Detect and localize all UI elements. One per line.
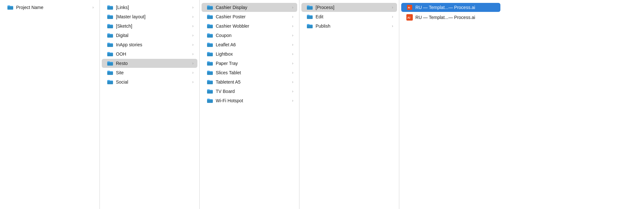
folder-icon [207, 51, 213, 57]
folder-item-inapp-stories[interactable]: InApp stories › [102, 40, 197, 49]
item-label: RU — Templat...— Process.ai [415, 15, 497, 20]
chevron-icon: › [292, 89, 293, 94]
folder-item-cashier-display[interactable]: Cashier Display › [202, 3, 297, 12]
item-label: [Links] [116, 5, 191, 10]
folder-icon [207, 79, 213, 85]
folder-item-ooh[interactable]: OOH › [102, 50, 197, 59]
chevron-icon: › [192, 52, 194, 56]
item-label: Publish [316, 23, 391, 29]
folder-item-tv-board[interactable]: TV Board › [202, 87, 297, 96]
chevron-icon: › [192, 61, 194, 66]
chevron-icon: › [192, 5, 194, 10]
column-2: [Links] › [Master layout] › [Sketch] › D… [100, 0, 200, 209]
svg-text:Ai: Ai [407, 16, 410, 19]
item-label: Edit [316, 14, 391, 19]
chevron-icon: › [292, 14, 293, 19]
folder-icon [207, 14, 213, 19]
item-label: [Master layout] [116, 14, 191, 19]
folder-icon [207, 5, 213, 10]
item-label: Paper Tray [216, 61, 291, 66]
column-5: Ai RU — Templat...— Process.ai Ai RU — T… [399, 0, 502, 209]
folder-icon [107, 23, 113, 29]
item-label: Slices Tablet [216, 70, 291, 75]
item-label: Cashier Wobbler [216, 23, 291, 29]
column-1: Project Name › [0, 0, 100, 209]
chevron-icon: › [192, 14, 194, 19]
column-4: [Process] › Edit › Publish › [299, 0, 399, 209]
folder-item-resto[interactable]: Resto › [102, 59, 197, 68]
folder-item-site[interactable]: Site › [102, 68, 197, 77]
item-label: Tabletent A5 [216, 79, 291, 85]
chevron-icon: › [292, 5, 293, 10]
folder-icon [107, 51, 113, 57]
folder-item-digital[interactable]: Digital › [102, 31, 197, 40]
folder-item-slices-tablet[interactable]: Slices Tablet › [202, 68, 297, 77]
folder-item-cashier-poster[interactable]: Cashier Poster › [202, 12, 297, 21]
chevron-icon: › [392, 24, 393, 28]
folder-icon [207, 33, 213, 38]
chevron-icon: › [292, 52, 293, 56]
folder-item-process[interactable]: [Process] › [301, 3, 397, 12]
svg-text:Ai: Ai [408, 6, 410, 9]
item-label: Resto [116, 61, 191, 66]
folder-item-leaflet-a6[interactable]: Leaflet A6 › [202, 40, 297, 49]
folder-icon [307, 5, 313, 10]
folder-item-cashier-wobbler[interactable]: Cashier Wobbler › [202, 22, 297, 31]
item-label: Cashier Poster [216, 14, 291, 19]
item-label: RU — Templat...— Process.ai [415, 5, 497, 10]
folder-icon [107, 14, 113, 19]
folder-item-tabletent-a5[interactable]: Tabletent A5 › [202, 77, 297, 86]
chevron-icon: › [292, 24, 293, 28]
folder-icon [107, 70, 113, 75]
folder-icon [7, 5, 14, 10]
chevron-icon: › [292, 33, 293, 38]
folder-icon [107, 79, 113, 85]
folder-item-ru-template[interactable]: Ai RU — Templat...— Process.ai [401, 12, 500, 23]
column-3: Cashier Display › Cashier Poster › Cashi… [200, 0, 299, 209]
item-label: [Process] [316, 5, 391, 10]
chevron-icon: › [192, 42, 194, 47]
item-label: Site [116, 70, 191, 75]
folder-icon [107, 42, 113, 47]
chevron-icon: › [292, 80, 293, 84]
item-label: Digital [116, 33, 191, 38]
folder-icon [207, 89, 213, 94]
folder-icon [207, 42, 213, 47]
chevron-icon: › [192, 80, 194, 84]
chevron-icon: › [292, 70, 293, 75]
folder-item-lightbox[interactable]: Lightbox › [202, 50, 297, 59]
item-label: OOH [116, 51, 191, 57]
folder-item-paper-tray[interactable]: Paper Tray › [202, 59, 297, 68]
item-label: Social [116, 79, 191, 85]
folder-icon [107, 33, 113, 38]
chevron-icon: › [392, 5, 393, 10]
folder-item-ru-template-selected[interactable]: Ai RU — Templat...— Process.ai [401, 3, 500, 12]
folder-item-sketch[interactable]: [Sketch] › [102, 22, 197, 31]
folder-item-social[interactable]: Social › [102, 77, 197, 86]
folder-item-coupon[interactable]: Coupon › [202, 31, 297, 40]
item-label: TV Board [216, 89, 291, 94]
item-label: Lightbox [216, 51, 291, 57]
chevron-icon: › [92, 5, 94, 10]
folder-icon [207, 98, 213, 103]
chevron-icon: › [192, 70, 194, 75]
item-label: Wi-Fi Hotspot [216, 98, 291, 103]
folder-item-publish[interactable]: Publish › [301, 22, 397, 31]
chevron-icon: › [292, 61, 293, 66]
chevron-icon: › [392, 14, 393, 19]
folder-icon [107, 61, 113, 66]
folder-item-master-layout[interactable]: [Master layout] › [102, 12, 197, 21]
chevron-icon: › [192, 24, 194, 28]
item-label: InApp stories [116, 42, 191, 47]
folder-icon [207, 23, 213, 29]
folder-icon [207, 70, 213, 75]
folder-icon [307, 14, 313, 19]
folder-item-edit[interactable]: Edit › [301, 12, 397, 21]
chevron-icon: › [192, 33, 194, 38]
folder-item-links[interactable]: [Links] › [102, 3, 197, 12]
ai-icon: Ai [406, 14, 413, 21]
folder-icon [207, 61, 213, 66]
folder-item-project-name[interactable]: Project Name › [2, 3, 98, 12]
item-label: [Sketch] [116, 23, 191, 29]
folder-item-wifi-hotspot[interactable]: Wi-Fi Hotspot › [202, 96, 297, 105]
